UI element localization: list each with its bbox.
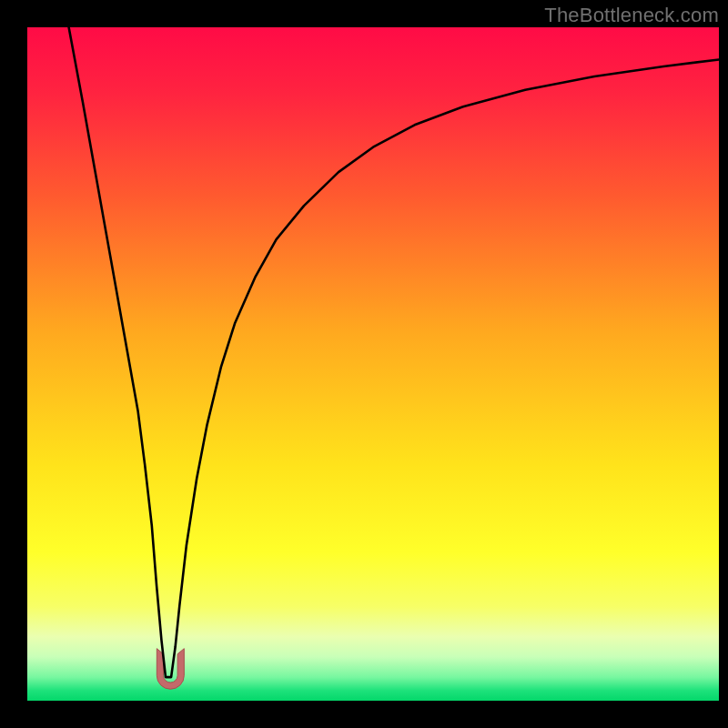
heat-gradient-background [27, 27, 719, 701]
chart-plot-area [27, 27, 719, 701]
chart-svg [27, 27, 719, 701]
watermark-text: TheBottleneck.com [544, 4, 719, 27]
